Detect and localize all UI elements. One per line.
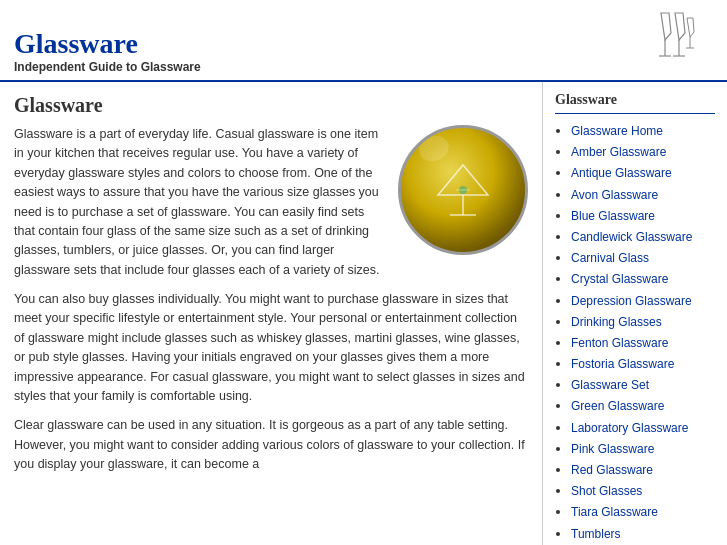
main-para-2: You can also buy glasses individually. Y… [14,290,528,406]
sidebar-link-green-glassware[interactable]: Green Glassware [571,399,664,413]
sidebar-item: Antique Glassware [571,164,715,182]
sidebar-heading: Glassware [555,92,715,114]
sidebar-link-tiara-glassware[interactable]: Tiara Glassware [571,505,658,519]
wine-glasses-icon [643,8,713,70]
sidebar-link-fenton-glassware[interactable]: Fenton Glassware [571,336,668,350]
site-subtitle: Independent Guide to Glassware [14,60,201,74]
sidebar-item: Candlewick Glassware [571,228,715,246]
sidebar-item: Pink Glassware [571,440,715,458]
sidebar-item: Depression Glassware [571,292,715,310]
sidebar-item: Glassware Home [571,122,715,140]
sidebar-link-carnival-glass[interactable]: Carnival Glass [571,251,649,265]
sidebar-link-blue-glassware[interactable]: Blue Glassware [571,209,655,223]
sidebar-link-candlewick-glassware[interactable]: Candlewick Glassware [571,230,692,244]
sidebar-link-amber-glassware[interactable]: Amber Glassware [571,145,666,159]
main-heading: Glassware [14,94,528,117]
sidebar-link-avon-glassware[interactable]: Avon Glassware [571,188,658,202]
sidebar-item: Avon Glassware [571,186,715,204]
sidebar-link-laboratory-glassware[interactable]: Laboratory Glassware [571,421,688,435]
sidebar-link-glassware-home[interactable]: Glassware Home [571,124,663,138]
svg-marker-0 [661,13,671,40]
sidebar-item: Blue Glassware [571,207,715,225]
sidebar-link-glassware-set[interactable]: Glassware Set [571,378,649,392]
sidebar-link-antique-glassware[interactable]: Antique Glassware [571,166,672,180]
site-title: Glassware [14,28,201,60]
sidebar-link-red-glassware[interactable]: Red Glassware [571,463,653,477]
sidebar-item: Fostoria Glassware [571,355,715,373]
sidebar-link-crystal-glassware[interactable]: Crystal Glassware [571,272,668,286]
svg-marker-3 [675,13,685,40]
sidebar-link-tumblers[interactable]: Tumblers [571,527,621,541]
sidebar-link-drinking-glasses[interactable]: Drinking Glasses [571,315,662,329]
sidebar-item: Fenton Glassware [571,334,715,352]
main-para-3: Clear glassware can be used in any situa… [14,416,528,474]
sidebar-item: Tumblers [571,525,715,543]
sidebar-item: Drinking Glasses [571,313,715,331]
sidebar-nav: Glassware HomeAmber GlasswareAntique Gla… [555,122,715,545]
header-icon [643,8,713,74]
sidebar-item: Amber Glassware [571,143,715,161]
sidebar-item: Shot Glasses [571,482,715,500]
sidebar-item: Laboratory Glassware [571,419,715,437]
sidebar-item: Tiara Glassware [571,503,715,521]
sidebar-item: Crystal Glassware [571,270,715,288]
sidebar-link-pink-glassware[interactable]: Pink Glassware [571,442,654,456]
svg-marker-6 [687,18,694,37]
sidebar-link-fostoria-glassware[interactable]: Fostoria Glassware [571,357,674,371]
sidebar-link-shot-glasses[interactable]: Shot Glasses [571,484,642,498]
sidebar-item: Glassware Set [571,376,715,394]
sidebar-item: Red Glassware [571,461,715,479]
glass-image [398,125,528,255]
sidebar-item: Green Glassware [571,397,715,415]
sidebar-link-depression-glassware[interactable]: Depression Glassware [571,294,692,308]
sidebar-item: Carnival Glass [571,249,715,267]
